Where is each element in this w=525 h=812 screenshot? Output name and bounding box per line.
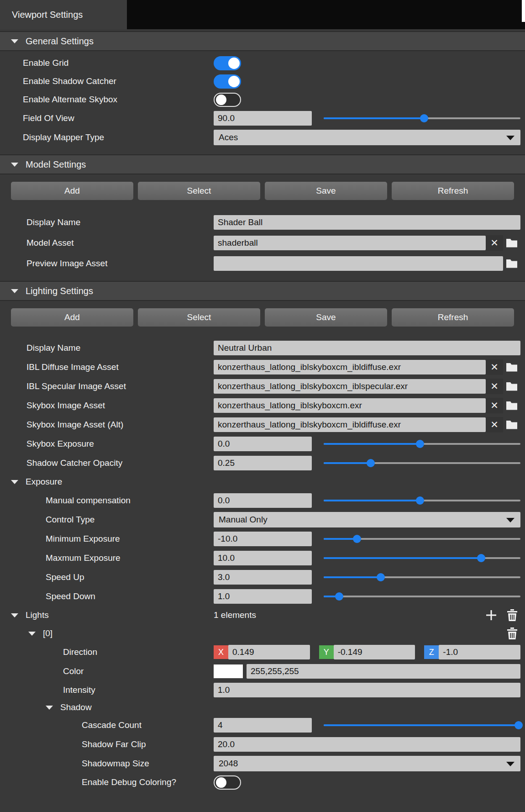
enable-debug-coloring-label: Enable Debug Coloring? bbox=[0, 777, 214, 787]
ibl-diffuse-browse-button[interactable] bbox=[503, 359, 520, 375]
model-asset-browse-button[interactable] bbox=[503, 235, 520, 251]
lights-count: 1 elements bbox=[214, 610, 256, 620]
lighting-save-button[interactable]: Save bbox=[265, 308, 387, 327]
section-header-model-settings[interactable]: Model Settings bbox=[0, 154, 525, 174]
direction-label: Direction bbox=[0, 647, 214, 657]
ibl-specular-image-asset-input[interactable] bbox=[214, 379, 486, 394]
skybox-alt-clear-button[interactable] bbox=[486, 417, 503, 432]
delete-lights-button[interactable] bbox=[507, 609, 518, 622]
delete-light-0-button[interactable] bbox=[507, 627, 518, 640]
slider-knob[interactable] bbox=[420, 114, 428, 122]
shadowmap-size-row: Shadowmap Size 2048 bbox=[0, 754, 525, 773]
subsection-header-shadow[interactable]: Shadow bbox=[0, 699, 525, 716]
shadow-far-clip-label: Shadow Far Clip bbox=[0, 739, 214, 749]
display-mapper-type-row: Display Mapper Type Aces bbox=[0, 128, 525, 147]
enable-debug-coloring-row: Enable Debug Coloring? bbox=[0, 773, 525, 791]
intensity-input[interactable] bbox=[214, 683, 520, 697]
preview-image-asset-browse-button[interactable] bbox=[503, 256, 520, 271]
model-asset-input[interactable] bbox=[214, 236, 486, 250]
skybox-exposure-row: Skybox Exposure bbox=[0, 434, 525, 453]
shadow-far-clip-input[interactable] bbox=[214, 737, 520, 752]
direction-x-input[interactable] bbox=[228, 645, 310, 659]
folder-icon bbox=[506, 381, 518, 391]
slider-knob[interactable] bbox=[377, 573, 385, 581]
model-save-button[interactable]: Save bbox=[265, 182, 387, 200]
model-display-name-input[interactable] bbox=[214, 215, 520, 230]
speed-down-slider[interactable] bbox=[324, 589, 520, 604]
enable-alternate-skybox-label: Enable Alternate Skybox bbox=[0, 95, 214, 105]
model-asset-clear-button[interactable] bbox=[486, 235, 503, 251]
maximum-exposure-input[interactable] bbox=[214, 551, 312, 565]
manual-compensation-input[interactable] bbox=[214, 493, 312, 508]
ibl-diffuse-image-asset-input[interactable] bbox=[214, 360, 486, 374]
minimum-exposure-input[interactable] bbox=[214, 532, 312, 546]
tab-viewport-settings[interactable]: Viewport Settings bbox=[0, 0, 127, 29]
lighting-add-button[interactable]: Add bbox=[11, 308, 133, 327]
manual-compensation-slider[interactable] bbox=[324, 493, 520, 508]
model-refresh-button[interactable]: Refresh bbox=[392, 182, 514, 200]
slider-knob[interactable] bbox=[335, 592, 343, 601]
lighting-select-button[interactable]: Select bbox=[138, 308, 260, 327]
adjacent-panel-fragment bbox=[522, 0, 525, 22]
cascade-count-slider[interactable] bbox=[324, 718, 520, 733]
skybox-alt-browse-button[interactable] bbox=[503, 417, 520, 432]
shadow-catcher-opacity-slider[interactable] bbox=[324, 456, 520, 470]
skybox-exposure-input[interactable] bbox=[214, 437, 312, 451]
model-select-button[interactable]: Select bbox=[138, 182, 260, 200]
cascade-count-input[interactable] bbox=[214, 718, 312, 733]
enable-grid-toggle[interactable] bbox=[214, 56, 241, 70]
speed-up-slider[interactable] bbox=[324, 570, 520, 585]
slider-knob[interactable] bbox=[416, 496, 424, 505]
section-header-lighting-settings[interactable]: Lighting Settings bbox=[0, 281, 525, 301]
skybox-browse-button[interactable] bbox=[503, 398, 520, 413]
slider-knob[interactable] bbox=[353, 535, 361, 543]
minimum-exposure-slider[interactable] bbox=[324, 532, 520, 546]
slider-knob[interactable] bbox=[367, 459, 375, 467]
color-swatch[interactable] bbox=[214, 664, 243, 678]
enable-alternate-skybox-toggle[interactable] bbox=[214, 93, 241, 107]
skybox-alt-image-asset-input[interactable] bbox=[214, 417, 486, 432]
lighting-display-name-input[interactable] bbox=[214, 341, 520, 355]
slider-knob[interactable] bbox=[477, 554, 485, 562]
speed-up-input[interactable] bbox=[214, 570, 312, 585]
ibl-diffuse-clear-button[interactable] bbox=[486, 359, 503, 375]
direction-z-input[interactable] bbox=[439, 645, 520, 659]
color-value-input[interactable] bbox=[247, 664, 520, 679]
collapse-arrow-icon bbox=[11, 480, 18, 484]
add-light-button[interactable] bbox=[485, 609, 498, 622]
enable-shadow-catcher-toggle[interactable] bbox=[214, 74, 241, 89]
skybox-image-asset-input[interactable] bbox=[214, 398, 486, 413]
model-add-button[interactable]: Add bbox=[11, 182, 133, 200]
enable-debug-coloring-toggle[interactable] bbox=[214, 775, 241, 790]
lighting-refresh-button[interactable]: Refresh bbox=[392, 308, 514, 327]
maximum-exposure-slider[interactable] bbox=[324, 551, 520, 565]
section-header-general-settings[interactable]: General Settings bbox=[0, 31, 525, 51]
skybox-clear-button[interactable] bbox=[486, 398, 503, 413]
trash-icon bbox=[507, 609, 518, 622]
slider-knob[interactable] bbox=[514, 721, 523, 729]
axis-z-tag: Z bbox=[424, 645, 439, 659]
subsection-header-exposure[interactable]: Exposure bbox=[0, 473, 525, 491]
control-type-dropdown[interactable]: Manual Only bbox=[214, 512, 520, 527]
shadowmap-size-dropdown[interactable]: 2048 bbox=[214, 756, 520, 771]
speed-down-input[interactable] bbox=[214, 589, 312, 604]
display-mapper-type-label: Display Mapper Type bbox=[0, 132, 214, 142]
skybox-exposure-label: Skybox Exposure bbox=[0, 439, 214, 449]
light-0-title: [0] bbox=[43, 628, 52, 638]
slider-knob[interactable] bbox=[416, 440, 424, 448]
shadowmap-size-label: Shadowmap Size bbox=[0, 759, 214, 769]
direction-y-input[interactable] bbox=[334, 645, 415, 659]
shadow-catcher-opacity-input[interactable] bbox=[214, 456, 312, 470]
ibl-specular-browse-button[interactable] bbox=[503, 379, 520, 394]
field-of-view-input[interactable] bbox=[214, 111, 312, 126]
speed-down-row: Speed Down bbox=[0, 587, 525, 606]
preview-image-asset-input[interactable] bbox=[214, 256, 503, 271]
ibl-specular-clear-button[interactable] bbox=[486, 379, 503, 394]
display-mapper-type-dropdown[interactable]: Aces bbox=[214, 130, 520, 145]
folder-icon bbox=[506, 258, 518, 269]
field-of-view-slider[interactable] bbox=[324, 111, 520, 126]
model-actions: Add Select Save Refresh bbox=[0, 182, 525, 200]
light-0-header[interactable]: [0] bbox=[0, 624, 525, 643]
skybox-exposure-slider[interactable] bbox=[324, 437, 520, 451]
subsection-header-lights[interactable]: Lights 1 elements bbox=[0, 606, 525, 624]
